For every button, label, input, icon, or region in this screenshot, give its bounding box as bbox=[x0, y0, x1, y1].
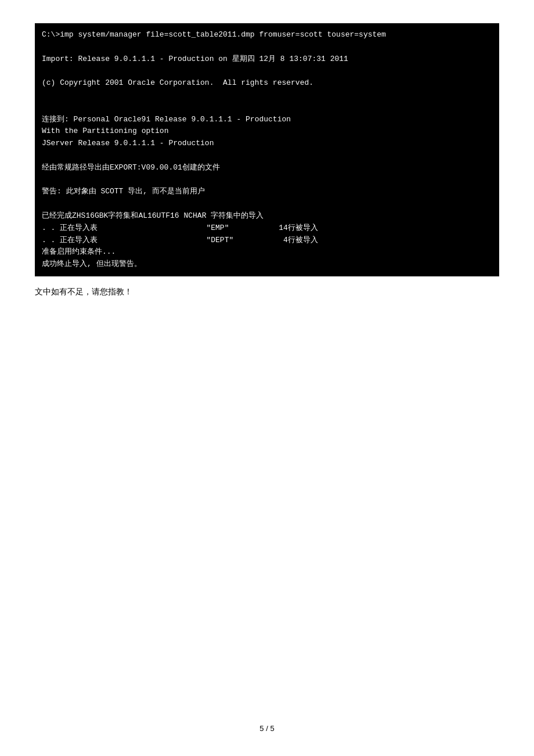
terminal-container: C:\>imp system/manager file=scott_table2… bbox=[35, 23, 499, 276]
page-number: 5 / 5 bbox=[259, 724, 274, 733]
terminal-line-3: (c) Copyright 2001 Oracle Corporation. A… bbox=[42, 78, 313, 87]
terminal-line-1: C:\>imp system/manager file=scott_table2… bbox=[42, 30, 386, 39]
footer-text: 文中如有不足，请您指教！ bbox=[35, 287, 499, 297]
terminal-line-2: Import: Release 9.0.1.1.1 - Production o… bbox=[42, 55, 348, 63]
terminal-line-6: 警告: 此对象由 SCOTT 导出, 而不是当前用户 bbox=[42, 187, 205, 196]
terminal-line-7: 已经完成ZHS16GBK字符集和AL16UTF16 NCHAR 字符集中的导入 … bbox=[42, 211, 318, 268]
terminal-line-4: 连接到: Personal Oracle9i Release 9.0.1.1.1… bbox=[42, 115, 291, 148]
terminal-output: C:\>imp system/manager file=scott_table2… bbox=[35, 23, 499, 276]
terminal-line-5: 经由常规路径导出由EXPORT:V09.00.01创建的文件 bbox=[42, 163, 220, 172]
